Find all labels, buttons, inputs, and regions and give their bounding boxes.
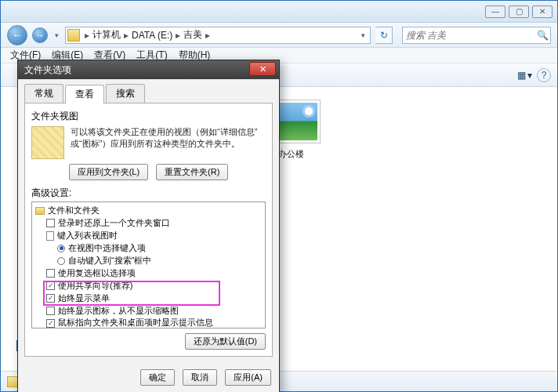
checkbox-icon[interactable]: ✓ <box>46 294 55 303</box>
tree-item[interactable]: ✓使用共享向导(推荐) <box>34 280 263 292</box>
folder-views-desc: 可以将该文件夹正在使用的视图（例如“详细信息”或“图标”）应用到所有这种类型的文… <box>71 126 266 151</box>
minimize-button[interactable]: — <box>485 5 505 18</box>
address-dropdown-icon[interactable]: ▾ <box>358 31 368 39</box>
breadcrumb-folder[interactable]: 吉美 <box>182 28 204 42</box>
tree-item[interactable]: ✓始终显示菜单 <box>34 292 263 305</box>
reset-folders-button[interactable]: 重置文件夹(R) <box>156 164 228 180</box>
close-button[interactable]: ✕ <box>532 5 553 18</box>
folder-options-dialog: 文件夹选项 ✕ 常规 查看 搜索 文件夹视图 可以将该文件夹正在使用的视图（例如… <box>17 60 280 392</box>
restore-defaults-button[interactable]: 还原为默认值(D) <box>185 333 266 350</box>
crumb-sep-icon: ▸ <box>122 30 130 41</box>
back-button[interactable]: ← <box>7 25 27 45</box>
radio-icon[interactable] <box>57 257 65 265</box>
refresh-button[interactable]: ↻ <box>375 27 393 44</box>
folder-views-icon <box>31 126 64 159</box>
search-box[interactable]: 🔍 <box>402 27 551 44</box>
help-button[interactable]: ? <box>537 68 551 82</box>
radio-icon[interactable] <box>57 245 65 252</box>
tree-item[interactable]: ✓鼠标指向文件夹和桌面项时显示提示信息 <box>34 317 263 328</box>
tree-group: 键入列表视图时 <box>34 230 263 242</box>
tree-item[interactable]: 使用复选框以选择项 <box>34 267 263 280</box>
checkbox-icon[interactable] <box>46 307 55 315</box>
apply-button[interactable]: 应用(A) <box>225 369 271 386</box>
ok-button[interactable]: 确定 <box>140 369 175 386</box>
crumb-sep-icon: ▸ <box>83 30 91 41</box>
tab-page-view: 文件夹视图 可以将该文件夹正在使用的视图（例如“详细信息”或“图标”）应用到所有… <box>24 103 273 357</box>
search-input[interactable] <box>403 30 534 41</box>
crumb-sep-icon: ▸ <box>174 30 182 41</box>
tab-view[interactable]: 查看 <box>65 85 104 103</box>
forward-button[interactable]: → <box>32 27 48 43</box>
tree-item[interactable]: 自动键入到“搜索”框中 <box>34 255 263 267</box>
dialog-close-button[interactable]: ✕ <box>249 62 276 76</box>
checkbox-icon[interactable] <box>46 219 55 227</box>
dialog-titlebar[interactable]: 文件夹选项 ✕ <box>18 60 279 79</box>
dialog-title: 文件夹选项 <box>24 64 71 77</box>
tree-item[interactable]: 在视图中选择键入项 <box>34 242 263 255</box>
tab-search[interactable]: 搜索 <box>106 84 145 103</box>
checkbox-icon[interactable]: ✓ <box>46 281 55 290</box>
advanced-settings-tree[interactable]: 文件和文件夹 登录时还原上一个文件夹窗口 键入列表视图时 在视图中选择键入项 自… <box>31 201 266 328</box>
breadcrumb-computer[interactable]: 计算机 <box>91 28 122 42</box>
view-mode-button[interactable]: ▦ ▾ <box>513 68 537 82</box>
dialog-button-row: 确定 取消 应用(A) <box>18 363 279 392</box>
cancel-button[interactable]: 取消 <box>183 369 217 386</box>
tree-item[interactable]: 登录时还原上一个文件夹窗口 <box>34 217 263 230</box>
checkbox-icon[interactable]: ✓ <box>46 319 55 328</box>
folder-icon <box>67 29 80 42</box>
nav-row: ← → ▾ ▸ 计算机 ▸ DATA (E:) ▸ 吉美 ▸ ▾ ↻ 🔍 <box>1 23 557 48</box>
advanced-settings-label: 高级设置: <box>31 187 266 200</box>
crumb-sep-icon: ▸ <box>204 30 212 41</box>
dialog-tabs: 常规 查看 搜索 <box>24 84 273 103</box>
history-dropdown-icon[interactable]: ▾ <box>53 29 60 42</box>
file-icon <box>46 231 54 241</box>
window-titlebar: — ▢ ✕ <box>1 1 557 23</box>
address-bar[interactable]: ▸ 计算机 ▸ DATA (E:) ▸ 吉美 ▸ ▾ <box>65 27 371 44</box>
tree-group-files-folders: 文件和文件夹 <box>34 205 263 217</box>
tab-general[interactable]: 常规 <box>24 84 63 103</box>
checkbox-icon[interactable] <box>46 269 55 278</box>
apply-to-folders-button[interactable]: 应用到文件夹(L) <box>69 164 148 180</box>
tree-item-show-icons-never-thumbs[interactable]: 始终显示图标，从不显示缩略图 <box>34 305 263 318</box>
breadcrumb-drive[interactable]: DATA (E:) <box>130 30 174 41</box>
search-icon: 🔍 <box>534 30 550 41</box>
folder-icon <box>35 207 45 215</box>
folder-views-title: 文件夹视图 <box>31 110 266 123</box>
maximize-button[interactable]: ▢ <box>509 5 529 18</box>
